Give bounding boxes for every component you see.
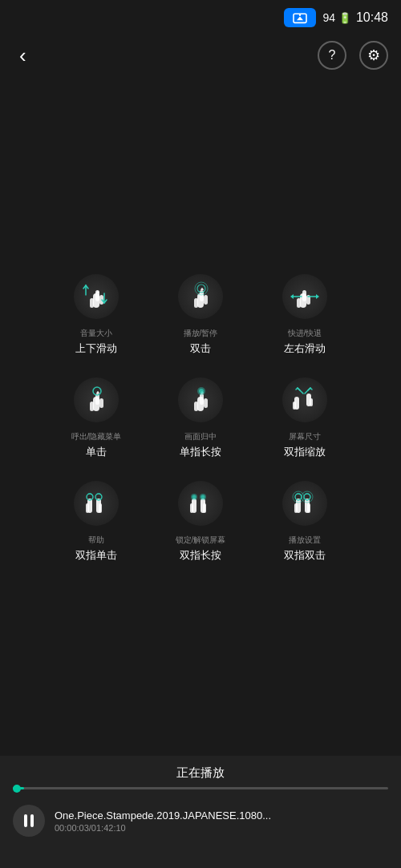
- progress-dot: [13, 785, 21, 793]
- gesture-item-5: 屏幕尺寸双指缩放: [257, 372, 353, 459]
- gesture-label-3: 单击: [86, 445, 107, 459]
- svg-rect-34: [293, 402, 296, 410]
- svg-rect-57: [307, 503, 310, 513]
- battery-icon: 🔋: [338, 12, 351, 24]
- svg-rect-29: [204, 398, 208, 408]
- gesture-item-1: 播放/暂停双击: [152, 268, 249, 356]
- svg-rect-39: [86, 503, 89, 513]
- battery-indicator: 94: [322, 11, 335, 24]
- gesture-subtitle-8: 播放设置: [289, 535, 321, 545]
- gesture-icon-two-finger-tap: [68, 475, 124, 531]
- settings-button[interactable]: ⚙: [359, 41, 388, 70]
- gesture-label-1: 双击: [190, 341, 211, 356]
- svg-rect-48: [203, 503, 206, 513]
- clock-display: 10:48: [356, 10, 388, 25]
- gesture-label-8: 双指双击: [284, 548, 326, 563]
- svg-rect-4: [90, 298, 94, 308]
- track-info: One.Piece.Stampede.2019.JAPANESE.1080...…: [55, 809, 388, 833]
- gesture-icon-two-finger-long-press: [172, 475, 229, 531]
- gesture-label-2: 左右滑动: [284, 341, 326, 356]
- player-row: One.Piece.Stampede.2019.JAPANESE.1080...…: [0, 798, 401, 843]
- svg-rect-41: [99, 503, 102, 513]
- svg-point-52: [201, 495, 205, 499]
- svg-rect-16: [297, 298, 301, 308]
- svg-rect-28: [200, 394, 204, 405]
- gesture-icon-single-tap: [68, 372, 124, 428]
- gesture-label-0: 上下滑动: [75, 341, 117, 356]
- svg-rect-36: [310, 398, 313, 406]
- progress-track: [13, 787, 388, 789]
- pause-bar-left: [24, 814, 27, 827]
- gesture-icon-double-tap: [172, 268, 229, 325]
- gesture-item-0: 音量大小上下滑动: [48, 268, 144, 356]
- svg-rect-23: [99, 398, 103, 408]
- gesture-label-6: 双指单击: [75, 548, 117, 563]
- svg-rect-46: [190, 503, 193, 513]
- bottom-bar: 正在播放 One.Piece.Stampede.2019.JAPANESE.10…: [0, 756, 401, 868]
- settings-icon: ⚙: [367, 46, 380, 64]
- back-button[interactable]: ‹: [13, 40, 33, 71]
- gesture-item-7: 锁定/解锁屏幕双指长按: [152, 475, 249, 563]
- main-content: 音量大小上下滑动: [0, 75, 401, 756]
- gesture-subtitle-4: 画面归中: [184, 431, 217, 442]
- cast-icon[interactable]: [284, 8, 316, 27]
- gesture-item-8: 播放设置双指双击: [257, 475, 353, 563]
- gesture-label-4: 单指长按: [180, 445, 221, 459]
- svg-point-1: [299, 14, 301, 16]
- pause-bar-right: [30, 814, 34, 827]
- svg-point-32: [282, 377, 327, 422]
- svg-rect-21: [90, 402, 94, 411]
- progress-bar[interactable]: [0, 787, 401, 790]
- gesture-subtitle-1: 播放/暂停: [184, 328, 218, 338]
- help-icon: ?: [329, 48, 336, 63]
- help-button[interactable]: ?: [318, 41, 346, 70]
- gesture-subtitle-2: 快进/快退: [288, 328, 322, 338]
- gesture-item-4: 画面归中单指长按: [152, 372, 249, 459]
- nav-icons: ? ⚙: [318, 41, 388, 70]
- gesture-icon-pinch-zoom: [277, 372, 333, 428]
- svg-rect-17: [302, 290, 306, 301]
- nav-bar: ‹ ? ⚙: [0, 35, 401, 75]
- gesture-grid: 音量大小上下滑动: [40, 252, 361, 579]
- track-title: One.Piece.Stampede.2019.JAPANESE.1080...: [55, 809, 388, 822]
- svg-point-31: [199, 389, 204, 394]
- pause-icon: [24, 814, 34, 827]
- svg-rect-55: [294, 503, 298, 513]
- track-time: 00:00:03/01:42:10: [55, 823, 388, 833]
- gesture-icon-long-press: [172, 372, 229, 428]
- gesture-subtitle-5: 屏幕尺寸: [289, 431, 321, 442]
- svg-rect-11: [204, 295, 208, 305]
- gesture-item-3: 呼出/隐藏菜单单击: [48, 372, 144, 459]
- svg-point-50: [192, 495, 196, 499]
- status-bar: 94 🔋 10:48: [0, 0, 401, 35]
- play-pause-button[interactable]: [13, 805, 45, 837]
- svg-rect-27: [194, 402, 198, 411]
- gesture-subtitle-6: 帮助: [88, 535, 104, 545]
- gesture-item-6: 帮助双指单击: [48, 475, 144, 563]
- gesture-subtitle-7: 锁定/解锁屏幕: [176, 535, 226, 545]
- gesture-label-7: 双指长按: [180, 548, 221, 563]
- gesture-icon-two-finger-double-tap: [277, 475, 333, 531]
- gesture-label-5: 双指缩放: [284, 445, 326, 459]
- gesture-subtitle-3: 呼出/隐藏菜单: [71, 431, 122, 442]
- svg-rect-9: [194, 298, 198, 308]
- gesture-subtitle-0: 音量大小: [80, 328, 112, 338]
- gesture-item-2: 快进/快退左右滑动: [257, 268, 353, 356]
- gesture-icon-swipe-left-right: [277, 268, 333, 325]
- now-playing-label: 正在播放: [0, 756, 401, 787]
- gesture-icon-swipe-up-down: [68, 268, 124, 325]
